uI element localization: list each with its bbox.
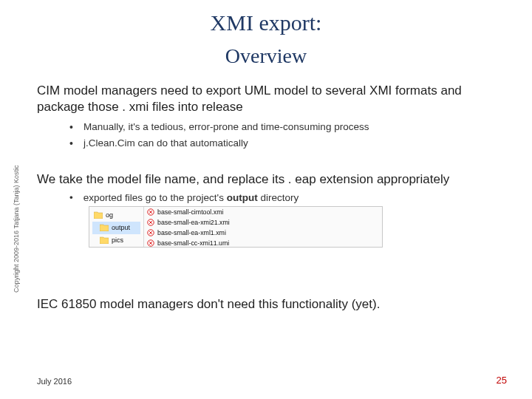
copyright-vertical: Copyright 2009-2016 Tatjana (Tanja) Kost… — [13, 166, 20, 293]
folder-icon — [94, 211, 103, 219]
file-list: base-small-cimtool.xmi base-small-ea-xmi… — [144, 207, 382, 247]
folder-icon — [100, 236, 109, 244]
footer-page-number: 25 — [497, 375, 507, 386]
folder-icon — [100, 224, 109, 231]
slide-title: XMI export: — [0, 10, 532, 35]
slide-subtitle: Overview — [0, 44, 532, 68]
folder-tree: og output pics — [89, 207, 144, 247]
bullet-list-1: Manually, it's a tedious, error-prone an… — [69, 120, 501, 151]
paragraph-3: IEC 61850 model managers don't need this… — [37, 296, 501, 313]
footer-date: July 2016 — [37, 377, 72, 386]
xmi-file-icon — [147, 219, 154, 226]
xmi-file-icon — [147, 229, 154, 236]
paragraph-1: CIM model managers need to export UML mo… — [37, 83, 501, 115]
file-item: base-small-ea-xmi21.xmi — [144, 217, 382, 228]
file-explorer-screenshot: og output pics base-small-cimtool.xmi ba… — [89, 206, 383, 248]
export-bullet: • exported files go to the project's out… — [69, 192, 501, 203]
folder-pics: pics — [92, 234, 140, 247]
folder-root: og — [92, 209, 140, 222]
bullet-2: j.Clean.Cim can do that automatically — [69, 136, 501, 152]
file-item: base-small-cc-xmi11.umi — [144, 238, 382, 248]
content-area: CIM model managers need to export UML mo… — [0, 68, 532, 313]
file-item: base-small-ea-xml1.xmi — [144, 228, 382, 238]
folder-output: output — [92, 222, 140, 234]
xmi-file-icon — [147, 239, 154, 247]
xmi-file-icon — [147, 208, 154, 216]
bullet-1: Manually, it's a tedious, error-prone an… — [69, 120, 501, 136]
file-item: base-small-cimtool.xmi — [144, 207, 382, 217]
paragraph-2: We take the model file name, and replace… — [37, 171, 501, 188]
